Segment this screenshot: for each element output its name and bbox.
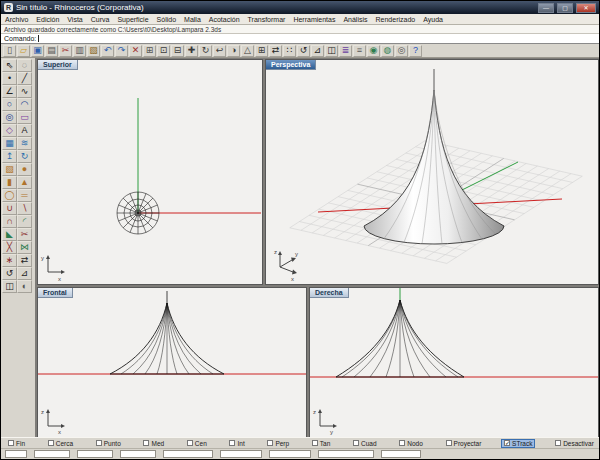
boolean-difference-icon[interactable]: ∖ bbox=[17, 202, 32, 215]
move-icon[interactable]: ⇄ bbox=[17, 254, 32, 267]
osnap-toggle-proyectar[interactable]: Proyectar bbox=[444, 440, 484, 447]
save-icon[interactable]: ▣ bbox=[31, 45, 44, 57]
checkbox[interactable] bbox=[353, 440, 359, 446]
scale-icon[interactable]: ⊿ bbox=[311, 45, 324, 57]
viewport-frontal[interactable]: xz Frontal bbox=[37, 287, 307, 438]
point-icon[interactable]: • bbox=[2, 72, 17, 85]
viewport-tab-derecha[interactable]: Derecha bbox=[310, 288, 349, 298]
checkbox[interactable] bbox=[96, 440, 102, 446]
osnap-toggle-perp[interactable]: Perp bbox=[265, 440, 291, 447]
cut-icon[interactable]: ✂ bbox=[59, 45, 72, 57]
status-pane[interactable] bbox=[77, 450, 113, 458]
checkbox[interactable] bbox=[187, 440, 193, 446]
cone-icon[interactable]: ▲ bbox=[17, 176, 32, 189]
status-pane[interactable] bbox=[220, 450, 262, 458]
join-icon[interactable]: ⋈ bbox=[17, 241, 32, 254]
properties-icon[interactable]: ≡ bbox=[353, 45, 366, 57]
menu-item-vista[interactable]: Vista bbox=[63, 15, 86, 24]
status-pane[interactable] bbox=[163, 450, 213, 458]
polyline-icon[interactable]: ∠ bbox=[2, 85, 17, 98]
shade-view-icon[interactable]: ◑ bbox=[227, 45, 240, 57]
close-button[interactable]: ✕ bbox=[576, 3, 596, 13]
four-view-icon[interactable]: ⊞ bbox=[255, 45, 268, 57]
layers-icon[interactable]: ≣ bbox=[339, 45, 352, 57]
status-pane[interactable] bbox=[120, 450, 156, 458]
extrude-icon[interactable]: ↥ bbox=[2, 150, 17, 163]
maximize-button[interactable]: ▢ bbox=[557, 3, 573, 13]
circle-icon[interactable]: ○ bbox=[2, 98, 17, 111]
status-pane[interactable] bbox=[381, 450, 421, 458]
checkbox[interactable] bbox=[446, 440, 452, 446]
paste-icon[interactable]: ▧ bbox=[87, 45, 100, 57]
menu-item-curva[interactable]: Curva bbox=[87, 15, 114, 24]
status-pane[interactable] bbox=[269, 450, 311, 458]
open-file-icon[interactable]: ▱ bbox=[17, 45, 30, 57]
menu-item-ana-lisis[interactable]: Análisis bbox=[339, 15, 371, 24]
rectangle-icon[interactable]: ▭ bbox=[17, 111, 32, 124]
material-icon[interactable]: ◍ bbox=[381, 45, 394, 57]
osnap-toggle-desactivar[interactable]: Desactivar bbox=[553, 440, 596, 447]
menu-item-transformar[interactable]: Transformar bbox=[244, 15, 290, 24]
text-icon[interactable]: A bbox=[17, 124, 32, 137]
fillet-icon[interactable]: ◜ bbox=[17, 215, 32, 228]
menu-item-ayuda[interactable]: Ayuda bbox=[419, 15, 447, 24]
rotate-icon[interactable]: ↺ bbox=[2, 267, 17, 280]
perspectiva-canvas[interactable]: xyz bbox=[266, 60, 598, 284]
new-file-icon[interactable]: ▯ bbox=[3, 45, 16, 57]
zoom-extents-icon[interactable]: ⊡ bbox=[157, 45, 170, 57]
undo-icon[interactable]: ↶ bbox=[101, 45, 114, 57]
checkbox[interactable] bbox=[143, 440, 149, 446]
menu-item-archivo[interactable]: Archivo bbox=[1, 15, 32, 24]
minimize-button[interactable]: — bbox=[538, 3, 554, 13]
box-icon[interactable]: ▧ bbox=[2, 163, 17, 176]
pan-view-icon[interactable]: ✚ bbox=[185, 45, 198, 57]
osnap-toggle-cen[interactable]: Cen bbox=[185, 440, 209, 447]
osnap-toggle-nodo[interactable]: Nodo bbox=[397, 440, 425, 447]
viewport-perspectiva[interactable]: xyz Perspectiva bbox=[265, 59, 599, 285]
print-icon[interactable]: ▤ bbox=[45, 45, 58, 57]
status-pane[interactable] bbox=[318, 450, 374, 458]
checkbox[interactable] bbox=[504, 440, 510, 446]
chamfer-icon[interactable]: ◣ bbox=[2, 228, 17, 241]
frontal-canvas[interactable]: xz bbox=[38, 288, 306, 437]
hide-icon[interactable]: ◐ bbox=[17, 280, 32, 293]
checkbox[interactable] bbox=[229, 440, 235, 446]
viewport-derecha[interactable]: yz Derecha bbox=[309, 287, 599, 438]
sphere-icon[interactable]: ● bbox=[17, 163, 32, 176]
mirror-icon[interactable]: ◫ bbox=[2, 280, 17, 293]
status-pane[interactable] bbox=[5, 450, 27, 458]
arc-icon[interactable]: ◠ bbox=[17, 98, 32, 111]
status-pane[interactable] bbox=[34, 450, 70, 458]
menu-item-malla[interactable]: Malla bbox=[180, 15, 205, 24]
copy-icon[interactable]: ▥ bbox=[73, 45, 86, 57]
polygon-icon[interactable]: ◇ bbox=[2, 124, 17, 137]
checkbox[interactable] bbox=[8, 440, 14, 446]
rotate-icon[interactable]: ↺ bbox=[297, 45, 310, 57]
osnap-toggle-int[interactable]: Int bbox=[227, 440, 246, 447]
checkbox[interactable] bbox=[48, 440, 54, 446]
titlebar[interactable]: R Sin título - Rhinoceros (Corporativa) … bbox=[1, 1, 599, 14]
menu-item-edicio-n[interactable]: Edición bbox=[32, 15, 63, 24]
select-icon[interactable]: ⇖ bbox=[2, 59, 17, 72]
checkbox[interactable] bbox=[312, 440, 318, 446]
pipe-icon[interactable]: ═ bbox=[17, 189, 32, 202]
undo-view-icon[interactable]: ↩ bbox=[213, 45, 226, 57]
delete-icon[interactable]: ✕ bbox=[129, 45, 142, 57]
surface-icon[interactable]: ▦ bbox=[2, 137, 17, 150]
menu-item-renderizado[interactable]: Renderizado bbox=[372, 15, 420, 24]
command-input[interactable]: Comando: bbox=[1, 34, 599, 44]
loft-icon[interactable]: ≋ bbox=[17, 137, 32, 150]
osnap-toggle-icon[interactable]: ◎ bbox=[395, 45, 408, 57]
menu-item-acotacio-n[interactable]: Acotación bbox=[205, 15, 244, 24]
scale-icon[interactable]: ⊿ bbox=[17, 267, 32, 280]
boolean-union-icon[interactable]: ∪ bbox=[2, 202, 17, 215]
osnap-toggle-cuad[interactable]: Cuad bbox=[351, 440, 379, 447]
derecha-canvas[interactable]: yz bbox=[310, 288, 598, 437]
viewport-tab-perspectiva[interactable]: Perspectiva bbox=[266, 60, 316, 70]
mirror-icon[interactable]: ◫ bbox=[325, 45, 338, 57]
boolean-intersection-icon[interactable]: ∩ bbox=[2, 215, 17, 228]
osnap-toggle-strack[interactable]: STrack bbox=[502, 440, 534, 447]
torus-icon[interactable]: ◯ bbox=[2, 189, 17, 202]
zoom-window-icon[interactable]: ⊟ bbox=[171, 45, 184, 57]
checkbox[interactable] bbox=[399, 440, 405, 446]
